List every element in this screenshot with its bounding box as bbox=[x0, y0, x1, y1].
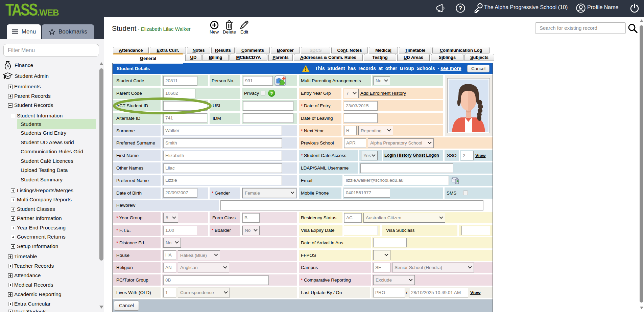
svg-text:?: ? bbox=[270, 91, 273, 96]
svg-text:TASS: TASS bbox=[5, 2, 38, 18]
svg-text:.WEB: .WEB bbox=[37, 7, 59, 18]
svg-text:$: $ bbox=[7, 64, 9, 68]
svg-text:?: ? bbox=[459, 5, 462, 12]
